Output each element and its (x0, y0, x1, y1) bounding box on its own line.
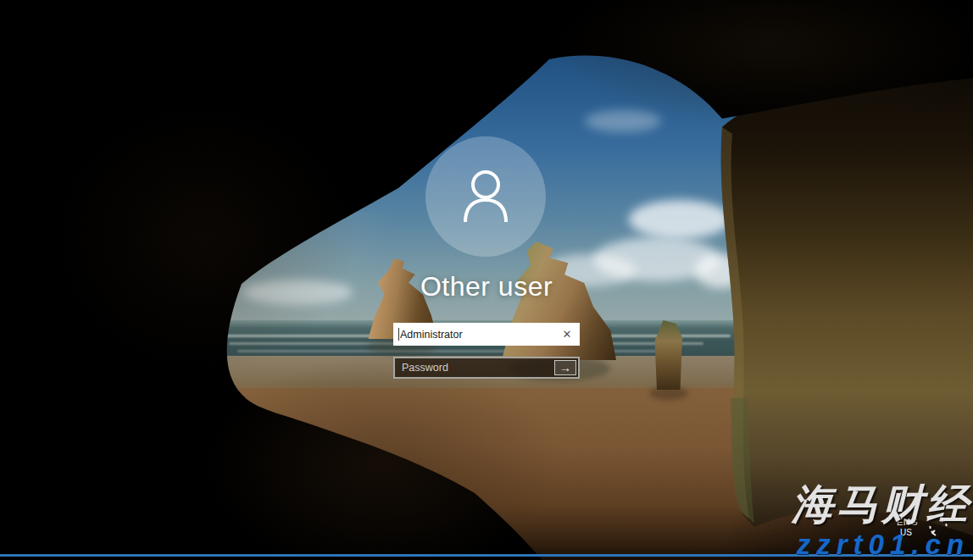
password-input[interactable] (395, 358, 578, 377)
other-user-label: Other user (359, 271, 614, 302)
submit-arrow-button[interactable]: → (554, 360, 576, 375)
clear-username-icon[interactable]: ✕ (558, 323, 576, 346)
watermark-brand: 海马财经 (792, 483, 971, 526)
user-silhouette-icon (445, 156, 526, 237)
username-field-container: ✕ (393, 323, 580, 346)
text-caret (398, 328, 399, 341)
watermark-site-url: zzrt01.cn (797, 530, 970, 558)
username-input[interactable] (393, 323, 580, 346)
user-avatar (425, 136, 546, 257)
password-field-container: → (393, 357, 580, 379)
windows-login-screen: Other user ✕ → ENG US 海马财经 zzrt01.cn (0, 0, 973, 560)
